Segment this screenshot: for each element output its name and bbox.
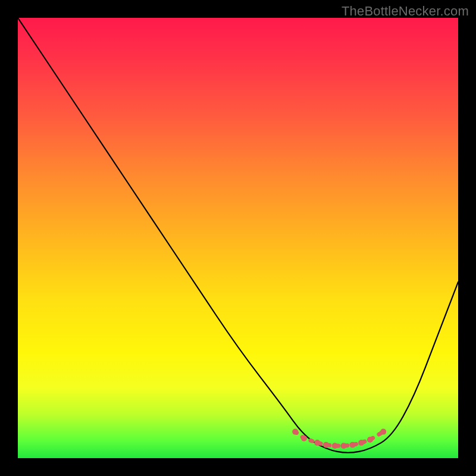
bottleneck-curve-path <box>18 18 458 453</box>
trough-marker-dot <box>349 442 355 448</box>
trough-marker-dot <box>314 440 320 446</box>
trough-marker-dot <box>367 437 373 443</box>
trough-marker-dot <box>341 443 347 449</box>
chart-frame: TheBottleNecker.com <box>0 0 476 476</box>
trough-marker-dot <box>292 429 298 435</box>
watermark-text: TheBottleNecker.com <box>342 4 469 19</box>
plot-area <box>18 18 458 458</box>
trough-marker-dot <box>323 442 329 448</box>
trough-marker-dot <box>332 443 338 449</box>
trough-marker-dot <box>301 436 307 441</box>
trough-marker-dot <box>380 429 386 435</box>
plot-svg <box>18 18 458 458</box>
trough-marker-dot <box>358 440 364 446</box>
trough-marker-group <box>292 429 386 449</box>
